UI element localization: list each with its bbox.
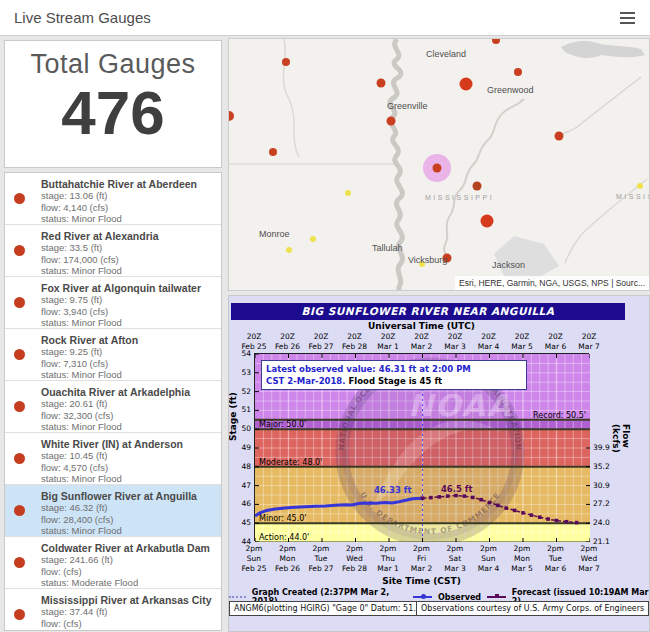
bottom-tick-hour: 2pm [539, 544, 573, 553]
map-gauge-dot[interactable] [433, 164, 442, 173]
gauge-flow: flow: 3,940 (cfs) [41, 306, 217, 318]
hydrograph-panel: BIG SUNFLOWER RIVER NEAR ANGUILLA Univer… [228, 295, 650, 632]
flow-tick: 39.9 [593, 443, 610, 452]
bottom-tick-day: Sun [237, 554, 271, 563]
list-item[interactable]: Coldwater River at Arkabutla Damstage: 2… [5, 537, 221, 589]
gauge-status-dot [14, 401, 25, 412]
map-gauge-dot[interactable] [377, 79, 386, 88]
map-gauge-dot[interactable] [387, 117, 396, 126]
observations-credit-box: Observations courtesy of U.S. Army Corps… [416, 601, 649, 616]
gauge-status: status: Moderate Flood [41, 577, 217, 589]
top-tick-hour: 20Z [405, 332, 439, 341]
map-gauge-dot[interactable] [492, 39, 500, 44]
stage-tick: 45 [235, 518, 251, 527]
bottom-tick-hour: 2pm [472, 544, 506, 553]
flood-line-label: Moderate: 48.0' [259, 458, 322, 467]
bottom-tick-day: Wed [338, 554, 372, 563]
map-stream [559, 77, 641, 136]
flow-tick: 24.0 [593, 518, 610, 527]
map-canvas [229, 39, 650, 291]
series-value-label: 46.5 ft [441, 484, 473, 494]
gauge-name: White River (IN) at Anderson [41, 438, 217, 450]
series-value-label: 46.33 ft [374, 485, 412, 495]
list-item[interactable]: Ouachita River at Arkadelphiastage: 20.6… [5, 381, 221, 433]
gauge-stage: stage: 20.61 (ft) [41, 398, 217, 410]
top-tick-hour: 20Z [237, 332, 271, 341]
map-gauge-dot[interactable] [269, 148, 277, 156]
map-view[interactable]: ClevelandGreenwoodGreenvilleMonroeTallul… [228, 38, 650, 291]
map-gauge-dot[interactable] [229, 111, 234, 121]
map-state-label: MISSISS [616, 193, 650, 200]
stage-tick: 50 [235, 424, 251, 433]
bottom-tick-hour: 2pm [338, 544, 372, 553]
infobox-line2: CST 2-Mar-2018. Flood Stage is 45 ft [266, 375, 522, 387]
list-item[interactable]: Mississippi River at Arkansas Citystage:… [5, 589, 221, 631]
chart-title: BIG SUNFLOWER RIVER NEAR ANGUILLA [231, 303, 625, 320]
list-item[interactable]: Big Sunflower River at Anguillastage: 46… [5, 485, 221, 537]
bottom-tick-hour: 2pm [505, 544, 539, 553]
gauge-status: status: Minor Flood [41, 525, 217, 537]
top-tick-date: Mar 2 [405, 342, 439, 351]
map-gauge-dot[interactable] [286, 247, 292, 253]
bottom-tick-date: Mar 2 [405, 564, 439, 573]
hamburger-bar [620, 17, 635, 19]
top-tick-date: Mar 5 [505, 342, 539, 351]
top-tick-hour: 20Z [572, 332, 606, 341]
gauge-status-dot [14, 609, 25, 620]
flood-line-label: Minor: 45.0' [259, 514, 307, 523]
map-lake [561, 41, 645, 58]
gauge-status: status: [41, 629, 217, 631]
list-item[interactable]: White River (IN) at Andersonstage: 10.45… [5, 433, 221, 485]
map-gauge-dot[interactable] [345, 190, 351, 196]
hamburger-bar [620, 22, 635, 24]
bottom-tick-date: Mar 7 [572, 564, 606, 573]
bottom-tick-date: Mar 4 [472, 564, 506, 573]
gauge-stage: stage: 241.66 (ft) [41, 554, 217, 566]
gauge-status: status: Minor Flood [41, 265, 217, 277]
map-gauge-dot[interactable] [473, 182, 482, 191]
latest-observed-infobox: Latest observed value: 46.31 ft at 2:00 … [261, 360, 527, 390]
bottom-tick-day: Mon [271, 554, 305, 563]
gauge-name: Coldwater River at Arkabutla Dam [41, 542, 217, 554]
top-tick-hour: 20Z [472, 332, 506, 341]
list-item[interactable]: Rock River at Aftonstage: 9.25 (ft)flow:… [5, 329, 221, 381]
list-item[interactable]: Fox River at Algonquin tailwaterstage: 9… [5, 277, 221, 329]
gauge-status-dot [14, 245, 25, 256]
gauge-list: Buttahatchie River at Aberdeenstage: 13.… [4, 172, 222, 631]
gauge-stage: stage: 37.44 (ft) [41, 606, 217, 618]
map-city-label: Monroe [259, 229, 290, 239]
map-city-label: Cleveland [426, 49, 466, 59]
hamburger-menu-icon[interactable] [612, 6, 642, 30]
bottom-tick-day: Tue [539, 554, 573, 563]
gauge-stage: stage: 13.06 (ft) [41, 190, 217, 202]
list-item[interactable]: Red River at Alexandriastage: 33.5 (ft)f… [5, 225, 221, 277]
stage-tick: 46 [235, 499, 251, 508]
bottom-tick-hour: 2pm [271, 544, 305, 553]
map-gauge-dot[interactable] [514, 68, 522, 76]
list-item[interactable]: Buttahatchie River at Aberdeenstage: 13.… [5, 173, 221, 225]
bottom-axis-label: Site Time (CST) [254, 576, 589, 586]
gauge-flow: flow: (cfs) [41, 566, 217, 578]
gauge-name: Buttahatchie River at Aberdeen [41, 178, 217, 190]
bottom-tick-date: Feb 26 [271, 564, 305, 573]
bottom-tick-date: Mar 5 [505, 564, 539, 573]
bottom-tick-day: Fri [405, 554, 439, 563]
map-gauge-dot[interactable] [555, 132, 564, 141]
gauge-stage: stage: 9.25 (ft) [41, 346, 217, 358]
gauge-status-dot [14, 297, 25, 308]
legend-line-swatch [413, 596, 432, 598]
bottom-tick-day: Wed [572, 554, 606, 563]
svg-text:NOAA: NOAA [408, 388, 512, 423]
map-gauge-dot[interactable] [282, 58, 290, 66]
stage-tick: 47 [235, 481, 251, 490]
bottom-tick-hour: 2pm [572, 544, 606, 553]
top-tick-date: Feb 27 [304, 342, 338, 351]
map-gauge-dot[interactable] [637, 183, 643, 189]
map-gauge-dot[interactable] [310, 236, 316, 242]
gauge-flow: flow: 32,300 (cfs) [41, 410, 217, 422]
map-gauge-dot[interactable] [481, 215, 494, 228]
right-axis-label: Flow (kcfs) [611, 424, 631, 453]
app-header: Live Stream Gauges [0, 0, 650, 36]
map-gauge-dot[interactable] [460, 78, 473, 91]
total-gauges-label: Total Gauges [5, 49, 221, 80]
